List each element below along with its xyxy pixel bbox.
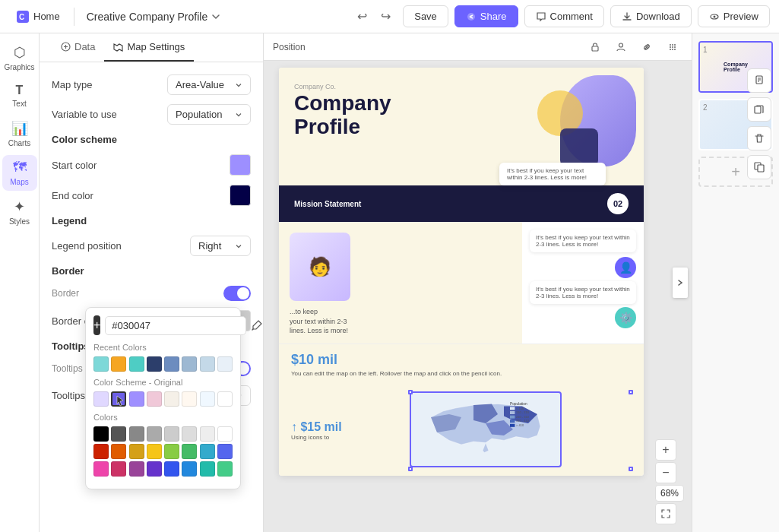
download-button[interactable]: Download xyxy=(610,5,692,27)
swatch-recent-5[interactable] xyxy=(182,356,197,372)
swatch-12[interactable] xyxy=(164,444,179,459)
legend-position-dropdown[interactable]: Right xyxy=(190,236,251,256)
swatch-scheme-6[interactable] xyxy=(200,391,215,407)
hex-input[interactable] xyxy=(105,316,246,335)
swatch-5[interactable] xyxy=(182,426,197,442)
amount-2: ↑ $15 mil xyxy=(291,420,402,434)
tab-map-settings[interactable]: Map Settings xyxy=(104,33,194,62)
home-button[interactable]: C Home xyxy=(9,8,68,26)
border-title: Border xyxy=(52,265,251,277)
map-container[interactable]: Population < 110 110 - 210 210 - 310 310… xyxy=(410,391,632,470)
swatch-3[interactable] xyxy=(147,426,162,442)
swatch-recent-4[interactable] xyxy=(164,356,179,372)
handle-bl[interactable] xyxy=(408,467,413,471)
eyedropper-button[interactable] xyxy=(251,315,263,335)
swatch-scheme-1[interactable] xyxy=(111,391,126,407)
svg-point-13 xyxy=(674,46,676,48)
svg-rect-26 xyxy=(510,416,515,419)
copy-tool-button[interactable] xyxy=(747,68,771,93)
border-toggle[interactable] xyxy=(223,286,251,301)
comment-button[interactable]: Comment xyxy=(524,5,604,27)
swatch-23[interactable] xyxy=(217,461,233,477)
start-color-swatch[interactable] xyxy=(230,154,251,176)
swatch-4[interactable] xyxy=(164,426,179,442)
swatch-7[interactable] xyxy=(217,426,233,442)
swatch-0[interactable] xyxy=(93,426,109,442)
swatch-11[interactable] xyxy=(147,444,162,459)
preview-button[interactable]: Preview xyxy=(698,5,770,27)
swatch-14[interactable] xyxy=(200,444,215,459)
swatch-20[interactable] xyxy=(164,461,179,477)
end-color-swatch[interactable] xyxy=(230,185,251,206)
handle-br[interactable] xyxy=(629,467,633,471)
svg-point-15 xyxy=(672,49,673,50)
swatch-17[interactable] xyxy=(111,461,126,477)
slide-amounts: ↑ $15 mil Using icons to xyxy=(291,420,402,441)
swatch-15[interactable] xyxy=(217,444,233,459)
swatch-scheme-0[interactable] xyxy=(93,391,109,407)
swatch-recent-7[interactable] xyxy=(217,356,233,372)
zoom-level[interactable]: 68% xyxy=(655,485,684,502)
swatch-19[interactable] xyxy=(147,461,162,477)
swatch-21[interactable] xyxy=(182,461,197,477)
zoom-out-button[interactable]: − xyxy=(655,462,676,483)
svg-point-12 xyxy=(672,46,673,48)
replace-button[interactable] xyxy=(747,155,771,179)
swatch-recent-2[interactable] xyxy=(129,356,144,372)
svg-text:110 - 210: 110 - 210 xyxy=(516,410,530,414)
grid-icon[interactable] xyxy=(663,37,682,57)
handle-tr[interactable] xyxy=(629,390,633,394)
swatch-scheme-4[interactable] xyxy=(164,391,179,407)
sidebar-item-text[interactable]: T Text xyxy=(2,79,37,112)
add-color-button[interactable]: + xyxy=(93,315,100,335)
variable-dropdown[interactable]: Population xyxy=(167,104,251,125)
delete-button[interactable] xyxy=(747,126,771,150)
save-button[interactable]: Save xyxy=(403,5,448,27)
redo-button[interactable]: ↪ xyxy=(375,5,397,28)
lock-icon[interactable] xyxy=(585,37,605,57)
swatch-22[interactable] xyxy=(200,461,215,477)
swatch-13[interactable] xyxy=(182,444,197,459)
swatch-recent-3[interactable] xyxy=(147,356,162,372)
sidebar-item-graphics[interactable]: ⬡ Graphics xyxy=(2,40,37,76)
maps-label: Maps xyxy=(10,178,28,186)
panel-tabs: Data Map Settings xyxy=(40,33,263,62)
sidebar-item-styles[interactable]: ✦ Styles xyxy=(2,194,37,230)
topbar: C Home Creative Company Profile ↩ ↪ Save… xyxy=(0,0,779,33)
swatch-scheme-5[interactable] xyxy=(182,391,197,407)
duplicate-button[interactable] xyxy=(747,97,771,122)
swatch-8[interactable] xyxy=(93,444,109,459)
swatch-scheme-3[interactable] xyxy=(147,391,162,407)
swatch-1[interactable] xyxy=(111,426,126,442)
sidebar-item-charts[interactable]: 📊 Charts xyxy=(2,116,37,152)
recent-swatches xyxy=(93,356,233,372)
swatch-16[interactable] xyxy=(93,461,109,477)
swatch-scheme-2[interactable] xyxy=(129,391,144,407)
document-title[interactable]: Creative Company Profile xyxy=(81,8,228,26)
svg-point-14 xyxy=(670,49,671,50)
slide-canvas[interactable]: Company Co. Company Profile Mission Stat… xyxy=(279,68,644,476)
swatch-recent-1[interactable] xyxy=(111,356,126,372)
charts-label: Charts xyxy=(8,139,30,147)
swatch-2[interactable] xyxy=(129,426,144,442)
swatch-6[interactable] xyxy=(200,426,215,442)
swatch-scheme-7[interactable] xyxy=(217,391,233,407)
swatch-18[interactable] xyxy=(129,461,144,477)
handle-tl[interactable] xyxy=(408,390,413,394)
slide-map-row: ↑ $15 mil Using icons to xyxy=(279,385,644,476)
zoom-in-button[interactable]: + xyxy=(655,439,676,461)
undo-button[interactable]: ↩ xyxy=(351,5,373,28)
scroll-right-arrow[interactable] xyxy=(673,268,688,298)
tab-data[interactable]: Data xyxy=(52,33,104,62)
link-icon[interactable] xyxy=(637,37,657,57)
swatch-10[interactable] xyxy=(129,444,144,459)
swatch-recent-6[interactable] xyxy=(200,356,215,372)
swatch-9[interactable] xyxy=(111,444,126,459)
sidebar-item-maps[interactable]: 🗺 Maps xyxy=(2,155,37,191)
map-type-dropdown[interactable]: Area-Value xyxy=(167,74,251,95)
share-button[interactable]: Share xyxy=(454,5,518,27)
person-icon[interactable] xyxy=(611,37,631,57)
fit-screen-button[interactable] xyxy=(655,503,676,524)
swatch-recent-0[interactable] xyxy=(93,356,109,372)
slide-stats-section: $10 mil You can edit the map on the left… xyxy=(279,344,644,385)
